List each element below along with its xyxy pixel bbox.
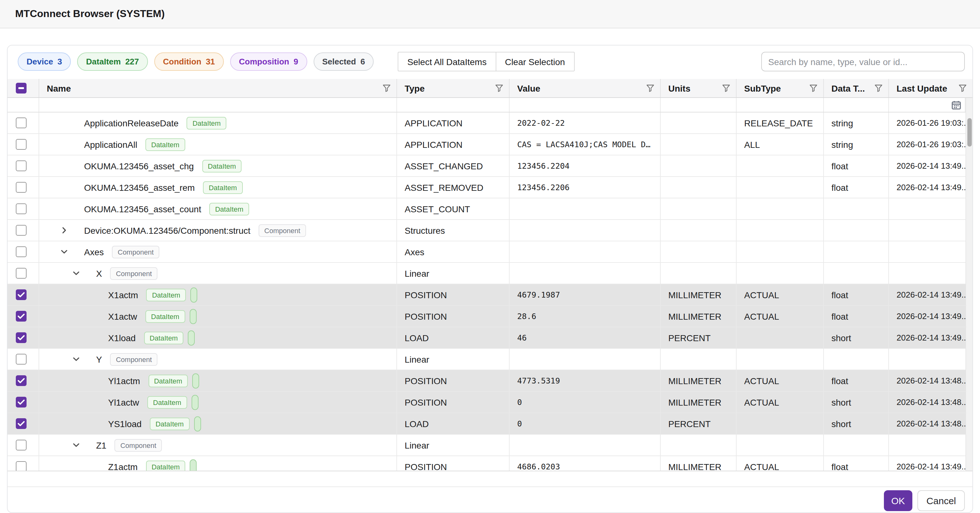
item-kind-badge: DataItem — [209, 202, 249, 215]
cell-name: OKUMA.123456_asset_rem DataItem — [39, 177, 397, 198]
row-checkbox[interactable] — [16, 418, 27, 429]
cell-name: Device:OKUMA.123456/Component:struct Com… — [39, 220, 397, 241]
cell-subtype: ACTUAL — [737, 456, 824, 471]
filter-icon[interactable] — [646, 84, 654, 92]
row-checkbox-cell — [8, 177, 39, 198]
row-checkbox[interactable] — [16, 375, 27, 386]
toolbar: Device 3 DataItem 227 Condition 31 Compo… — [18, 52, 965, 71]
cell-type: ASSET_COUNT — [397, 199, 510, 219]
ok-button[interactable]: OK — [884, 490, 912, 511]
filter-icon[interactable] — [382, 84, 391, 92]
row-checkbox[interactable] — [16, 160, 27, 171]
cell-type: POSITION — [397, 306, 510, 327]
table-row[interactable]: OKUMA.123456_asset_rem DataItem ASSET_RE… — [8, 177, 966, 199]
item-kind-badge: Component — [112, 245, 159, 258]
cell-subtype — [737, 220, 824, 241]
item-name: YS1load — [108, 419, 142, 429]
expand-toggle-icon[interactable] — [56, 248, 72, 256]
item-name: OKUMA.123456_asset_count — [84, 204, 201, 214]
row-checkbox[interactable] — [16, 440, 27, 451]
cell-name: Z1 Component — [39, 435, 397, 456]
cell-units: PERCENT — [661, 327, 737, 348]
cell-value — [510, 435, 661, 456]
filter-icon[interactable] — [809, 84, 818, 92]
filter-cell-value[interactable] — [510, 98, 661, 112]
filter-icon[interactable] — [874, 84, 883, 92]
table-row[interactable]: ApplicationAll DataItem APPLICATION CAS … — [8, 134, 966, 156]
chip-device[interactable]: Device 3 — [18, 52, 71, 71]
cell-type: Linear — [397, 349, 510, 370]
cell-name: OKUMA.123456_asset_chg DataItem — [39, 156, 397, 176]
expand-toggle-icon[interactable] — [56, 226, 72, 234]
row-checkbox[interactable] — [16, 225, 27, 236]
table-row[interactable]: X1actm DataItem POSITION 4679.1987 MILLI… — [8, 284, 966, 306]
row-checkbox[interactable] — [16, 332, 27, 343]
filter-cell-lastupdate[interactable] — [889, 98, 966, 112]
filter-icon[interactable] — [495, 84, 503, 92]
search-input[interactable] — [761, 52, 965, 71]
item-kind-badge: DataItem — [203, 181, 242, 194]
table-row[interactable]: YS1load DataItem LOAD 0 PERCENT short 20… — [8, 413, 966, 435]
row-checkbox-cell — [8, 156, 39, 176]
calendar-icon[interactable] — [951, 100, 961, 110]
row-checkbox[interactable] — [16, 268, 27, 279]
row-checkbox[interactable] — [16, 139, 27, 150]
chip-dataitem[interactable]: DataItem 227 — [77, 52, 148, 71]
table-row[interactable]: Z1actm DataItem POSITION 4686.0203 MILLI… — [8, 456, 966, 471]
row-checkbox[interactable] — [16, 289, 27, 300]
item-name: ApplicationAll — [84, 139, 137, 149]
cell-last-update — [889, 435, 966, 456]
row-checkbox[interactable] — [16, 461, 27, 471]
filter-cell-units[interactable] — [661, 98, 737, 112]
row-checkbox[interactable] — [16, 397, 27, 408]
table-row[interactable]: ApplicationReleaseDate DataItem APPLICAT… — [8, 113, 966, 134]
table-row[interactable]: Axes Component Axes — [8, 241, 966, 263]
table-row[interactable]: Device:OKUMA.123456/Component:struct Com… — [8, 220, 966, 241]
table-row[interactable]: Z1 Component Linear — [8, 435, 966, 456]
filter-icon[interactable] — [722, 84, 730, 92]
row-checkbox[interactable] — [16, 203, 27, 214]
chip-condition[interactable]: Condition 31 — [154, 52, 224, 71]
cell-name: X1actw DataItem — [39, 306, 397, 327]
table-row[interactable]: X1actw DataItem POSITION 28.6 MILLIMETER… — [8, 306, 966, 327]
table-row[interactable]: X Component Linear — [8, 263, 966, 284]
chip-composition[interactable]: Composition 9 — [230, 52, 307, 71]
scrollbar-thumb[interactable] — [967, 118, 972, 146]
filter-cell-subtype[interactable] — [737, 98, 824, 112]
cell-datatype: float — [824, 306, 889, 327]
cell-type: POSITION — [397, 456, 510, 471]
select-all-dataitems-button[interactable]: Select All DataItems — [398, 52, 496, 71]
row-checkbox[interactable] — [16, 354, 27, 365]
clear-selection-button[interactable]: Clear Selection — [495, 52, 574, 71]
table-row[interactable]: OKUMA.123456_asset_chg DataItem ASSET_CH… — [8, 156, 966, 177]
table-row[interactable]: Yl1actm DataItem POSITION 4773.5319 MILL… — [8, 370, 966, 392]
expand-toggle-icon[interactable] — [68, 355, 84, 363]
cell-datatype: short — [824, 327, 889, 348]
cancel-button[interactable]: Cancel — [918, 490, 965, 511]
table-row[interactable]: Yl1actw DataItem POSITION 0 MILLIMETER A… — [8, 392, 966, 413]
filter-cell-name[interactable] — [39, 98, 397, 112]
cell-last-update: 2026-02-14 13:48... — [889, 370, 966, 391]
row-checkbox[interactable] — [16, 118, 27, 128]
expand-toggle-icon[interactable] — [68, 269, 84, 277]
row-checkbox[interactable] — [16, 182, 27, 193]
vertical-scrollbar[interactable] — [966, 98, 972, 471]
filter-cell-type[interactable] — [397, 98, 510, 112]
row-checkbox-cell — [8, 113, 39, 133]
item-kind-badge: DataItem — [146, 460, 185, 471]
select-all-checkbox[interactable] — [16, 83, 27, 94]
expand-toggle-icon[interactable] — [68, 441, 84, 449]
cell-type: Linear — [397, 263, 510, 284]
chip-selected[interactable]: Selected 6 — [313, 52, 374, 71]
table-row[interactable]: X1load DataItem LOAD 46 PERCENT short 20… — [8, 327, 966, 349]
table-row[interactable]: Y Component Linear — [8, 349, 966, 370]
cell-last-update: 2026-02-14 13:48... — [889, 392, 966, 413]
cell-units — [661, 263, 737, 284]
row-checkbox-cell — [8, 349, 39, 370]
row-checkbox[interactable] — [16, 246, 27, 257]
cell-datatype: float — [824, 177, 889, 198]
filter-icon[interactable] — [958, 84, 967, 92]
table-row[interactable]: OKUMA.123456_asset_count DataItem ASSET_… — [8, 199, 966, 220]
row-checkbox[interactable] — [16, 311, 27, 322]
filter-cell-datatype[interactable] — [824, 98, 889, 112]
